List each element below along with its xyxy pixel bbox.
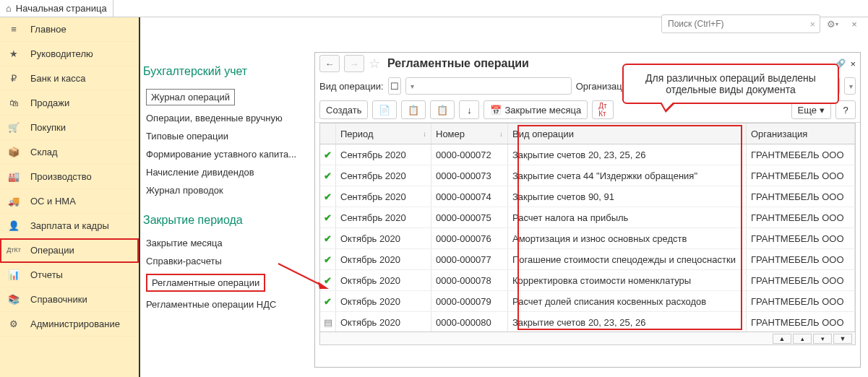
- sidebar-label: Покупки: [30, 122, 66, 133]
- table-row[interactable]: ✔Октябрь 20200000-000077Погашение стоимо…: [320, 249, 855, 270]
- cell-org: ГРАНТМЕБЕЛЬ ООО: [747, 207, 855, 228]
- sidebar-item-5[interactable]: 📦Склад: [0, 140, 139, 165]
- filter-type-check[interactable]: ☐: [388, 77, 401, 95]
- sidebar-label: Справочники: [30, 294, 87, 305]
- mid-link[interactable]: Регламентные операции НДС: [143, 295, 306, 313]
- sidebar-item-7[interactable]: 🚚ОС и НМА: [0, 189, 139, 214]
- col-period[interactable]: Период↓: [336, 124, 431, 144]
- mid-link[interactable]: Справки-расчеты: [143, 252, 306, 270]
- move-down-button[interactable]: ↓: [459, 100, 479, 119]
- table-row[interactable]: ✔Октябрь 20200000-000076Амортизация и из…: [320, 228, 855, 249]
- mid-link[interactable]: Операции, введенные вручную: [143, 109, 306, 127]
- col-type[interactable]: Вид операции: [508, 124, 747, 144]
- forward-button[interactable]: →: [344, 55, 364, 72]
- sidebar-item-10[interactable]: 📊Отчеты: [0, 263, 139, 287]
- home-label: Начальная страница: [16, 3, 107, 14]
- sidebar-item-4[interactable]: 🛒Покупки: [0, 116, 139, 140]
- scroll-up-icon[interactable]: ▴: [793, 334, 812, 344]
- sidebar-icon: 📚: [7, 294, 20, 305]
- mid-link[interactable]: Закрытие месяца: [143, 234, 306, 252]
- table-row[interactable]: ✔Сентябрь 20200000-000073Закрытие счета …: [320, 165, 855, 186]
- mid-link[interactable]: Формирование уставного капита...: [143, 145, 306, 163]
- sidebar-icon: 👤: [7, 220, 20, 231]
- table-row[interactable]: ✔Сентябрь 20200000-000072Закрытие счетов…: [320, 144, 855, 165]
- check-icon: ✔: [324, 191, 332, 202]
- check-icon: ✔: [324, 296, 332, 307]
- scroll-bottom-icon[interactable]: ▼: [833, 334, 852, 344]
- clear-icon[interactable]: ×: [809, 19, 815, 30]
- create-button[interactable]: Создать: [319, 100, 368, 119]
- sidebar-icon: ДтКт: [7, 247, 20, 254]
- help-button[interactable]: ?: [835, 100, 856, 119]
- sidebar-icon: 🚚: [7, 196, 20, 207]
- gear-icon[interactable]: ⚙▾: [823, 14, 842, 33]
- sidebar-label: Зарплата и кадры: [30, 220, 109, 231]
- sidebar-icon: 📊: [7, 269, 20, 280]
- sidebar-item-12[interactable]: ⚙Администрирование: [0, 312, 139, 337]
- refresh-button[interactable]: 📋: [401, 100, 426, 119]
- table-row[interactable]: ▤Октябрь 20200000-000080Закрытие счетов …: [320, 312, 855, 333]
- search-input[interactable]: [666, 18, 809, 30]
- calendar-icon: 📅: [490, 105, 502, 116]
- sidebar-item-11[interactable]: 📚Справочники: [0, 287, 139, 312]
- cell-number: 0000-000074: [431, 186, 508, 207]
- cell-org: ГРАНТМЕБЕЛЬ ООО: [747, 249, 855, 269]
- sidebar-label: Склад: [30, 147, 58, 157]
- mid-link[interactable]: Начисление дивидендов: [143, 163, 306, 181]
- cell-period: Сентябрь 2020: [336, 186, 431, 207]
- sidebar-item-9[interactable]: ДтКтОперации: [0, 238, 139, 263]
- dtkt-button[interactable]: ДтКт: [592, 100, 613, 119]
- window-title: Регламентные операции: [387, 57, 529, 70]
- sidebar-item-8[interactable]: 👤Зарплата и кадры: [0, 214, 139, 238]
- copy-icon: 📄: [379, 105, 390, 116]
- down-icon: ↓: [467, 105, 472, 116]
- group2-title: Закрытие периода: [143, 214, 306, 227]
- sidebar-item-2[interactable]: ₽Банк и касса: [0, 66, 139, 91]
- callout-text: Для различных операций выделены отдельны…: [645, 72, 816, 95]
- table-row[interactable]: ✔Сентябрь 20200000-000075Расчет налога н…: [320, 207, 855, 228]
- col-number[interactable]: Номер↓: [431, 124, 508, 144]
- scroll-top-icon[interactable]: ▲: [773, 334, 791, 344]
- sidebar-label: Производство: [30, 171, 92, 182]
- check-icon: ✔: [324, 150, 332, 160]
- check-icon: ✔: [324, 170, 332, 181]
- cell-period: Октябрь 2020: [336, 291, 431, 311]
- filter-type-label: Вид операции:: [319, 81, 384, 92]
- col-org[interactable]: Организация: [747, 124, 855, 144]
- callout: Для различных операций выделены отдельны…: [622, 64, 839, 104]
- sidebar-item-0[interactable]: ≡Главное: [0, 17, 139, 42]
- cell-period: Октябрь 2020: [336, 228, 431, 248]
- scroll-down-icon[interactable]: ▾: [813, 334, 832, 344]
- table-row[interactable]: ✔Октябрь 20200000-000078Корректировка ст…: [320, 270, 855, 291]
- sidebar-label: Операции: [30, 245, 74, 256]
- breadcrumb-home[interactable]: ⌂ Начальная страница: [0, 0, 113, 17]
- close-icon[interactable]: ×: [850, 58, 856, 69]
- close-panel-icon[interactable]: ×: [845, 14, 864, 33]
- table-row[interactable]: ✔Октябрь 20200000-000079Расчет долей спи…: [320, 291, 855, 312]
- sidebar-label: Администрирование: [30, 318, 120, 329]
- mid-link[interactable]: Журнал проводок: [143, 181, 306, 199]
- sidebar-label: Руководителю: [30, 48, 93, 59]
- sidebar-item-3[interactable]: 🛍Продажи: [0, 91, 139, 116]
- sidebar-item-6[interactable]: 🏭Производство: [0, 165, 139, 189]
- cell-period: Октябрь 2020: [336, 249, 431, 269]
- back-button[interactable]: ←: [319, 55, 340, 72]
- copy-button[interactable]: 📄: [372, 100, 397, 119]
- mid-link[interactable]: Типовые операции: [143, 127, 306, 145]
- mid-link[interactable]: Журнал операций: [143, 85, 306, 109]
- sidebar-item-1[interactable]: ★Руководителю: [0, 42, 139, 66]
- list-cancel-icon: 📋: [437, 105, 448, 116]
- sidebar-icon: 🛒: [7, 122, 20, 133]
- table-row[interactable]: ✔Сентябрь 20200000-000074Закрытие счетов…: [320, 186, 855, 207]
- cell-org: ГРАНТМЕБЕЛЬ ООО: [747, 228, 855, 248]
- filter-type-select[interactable]: [405, 77, 572, 95]
- mid-link-highlighted[interactable]: Регламентные операции: [143, 270, 306, 295]
- sidebar-icon: ⚙: [7, 318, 20, 329]
- close-month-button[interactable]: 📅Закрытие месяца: [484, 100, 588, 119]
- cancel-op-button[interactable]: 📋: [430, 100, 455, 119]
- filter-extra[interactable]: [844, 77, 856, 95]
- sidebar-icon: 🏭: [7, 171, 20, 182]
- cell-number: 0000-000075: [431, 207, 508, 228]
- star-icon[interactable]: ☆: [369, 56, 380, 72]
- global-search[interactable]: ×: [661, 14, 820, 33]
